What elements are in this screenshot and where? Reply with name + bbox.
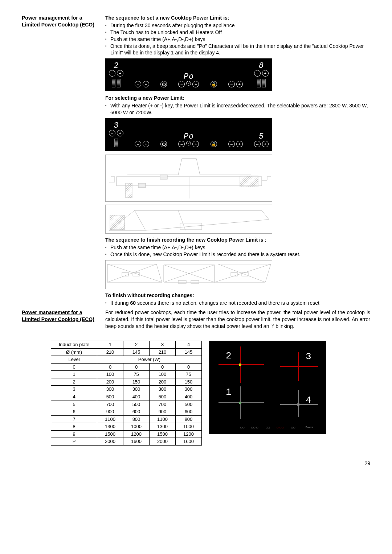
table-cell: 4 — [51, 393, 97, 401]
eco-paragraph: For reduced power cooktops, each time th… — [105, 309, 370, 330]
table-cell: 100 — [150, 371, 176, 378]
lock-icon: ⎉ — [186, 141, 191, 145]
table-cell: P — [51, 438, 97, 446]
table-cell: 1200 — [123, 430, 150, 438]
table-cell: 210 — [97, 348, 123, 356]
plus-icon: + — [262, 70, 269, 77]
table-cell: 200 — [150, 378, 176, 386]
plus-icon: + — [143, 81, 149, 87]
table-cell: 500 — [176, 401, 202, 408]
table-header: 1 — [97, 341, 123, 349]
table-cell: 0 — [97, 363, 123, 371]
table-cell: 100 — [97, 371, 123, 378]
svg-line-8 — [107, 264, 162, 282]
table-cell: 145 — [176, 348, 202, 356]
bullet: During the first 30 seconds after pluggi… — [105, 22, 370, 29]
bullets-finish-no-record: If during 60 seconds there is no action,… — [105, 300, 370, 307]
table-cell: 1100 — [97, 415, 123, 423]
table-cell: 75 — [176, 371, 202, 378]
svg-rect-2 — [138, 183, 146, 188]
svg-rect-30 — [297, 403, 299, 406]
table-cell: 0 — [123, 363, 150, 371]
table-cell: 400 — [123, 393, 150, 401]
table-cell: Level — [51, 356, 97, 364]
power-icon: ⏻ — [160, 141, 167, 147]
table-cell: 700 — [150, 401, 176, 408]
svg-line-17 — [215, 264, 271, 282]
bullet: Once this is done, a beep sounds and "Po… — [105, 43, 370, 57]
technical-sketch-split — [105, 260, 272, 289]
svg-rect-22 — [239, 364, 241, 366]
table-cell: 210 — [150, 348, 176, 356]
svg-rect-1 — [160, 175, 167, 179]
table-cell: 800 — [123, 415, 150, 423]
technical-sketch-perspective — [105, 205, 272, 234]
table-cell: 300 — [123, 386, 150, 393]
cooktop-zone-diagram: 2 3 1 4 ▢▢ ▢▢ ▢ — [209, 341, 326, 434]
heading-set-sequence: The sequence to set a new Cooktop Power … — [105, 15, 370, 21]
svg-rect-14 — [178, 280, 186, 283]
bold-number: 60 — [130, 300, 136, 306]
minus-icon: – — [178, 81, 185, 87]
table-cell: 1 — [51, 371, 97, 378]
display-4-value: 8 — [259, 61, 264, 69]
table-cell: 1300 — [150, 423, 176, 431]
bullet: Push at the same time (A+,A-,D-,D+) keys… — [105, 244, 370, 251]
plus-icon: + — [192, 81, 199, 87]
minus-icon: – — [178, 141, 185, 147]
technical-sketch-sideview — [105, 155, 272, 202]
svg-rect-18 — [231, 272, 237, 276]
display-1-value: 2 — [114, 61, 119, 69]
table-header: 2 — [123, 341, 150, 349]
heading-finish-recording: The sequence to finish recording the new… — [105, 237, 370, 243]
table-cell: 1000 — [176, 423, 202, 431]
svg-text:▢ ▢▢: ▢ ▢▢ — [277, 426, 284, 428]
bullets-set-sequence: During the first 30 seconds after pluggi… — [105, 22, 370, 56]
bullets-finish-recording: Push at the same time (A+,A-,D-,D+) keys… — [105, 244, 370, 258]
lock-icon: 🔒 — [211, 81, 217, 87]
lock-icon: 🔒 — [211, 141, 217, 147]
table-cell: Power (W) — [97, 356, 202, 364]
svg-text:▢▢: ▢▢ — [291, 426, 295, 428]
zone-label: 2 — [226, 350, 232, 361]
timer-display-value: Po — [184, 131, 194, 139]
table-cell: 5 — [51, 401, 97, 408]
text: seconds there is no action, changes are … — [136, 300, 319, 306]
side-heading-eco-2: Power management for a Limited Power Coo… — [22, 309, 98, 323]
zone-label: 1 — [226, 387, 232, 398]
table-cell: 2000 — [97, 438, 123, 446]
display-4-value: 5 — [259, 131, 264, 139]
svg-text:▢▢ ▢: ▢▢ ▢ — [251, 426, 258, 428]
minus-icon: – — [228, 141, 235, 147]
svg-rect-4 — [126, 183, 132, 198]
table-cell: 800 — [176, 415, 202, 423]
table-cell: 150 — [176, 378, 202, 386]
svg-text:▢▢: ▢▢ — [240, 426, 245, 428]
bullet: Once this is done, new Cooktop Power Lim… — [105, 251, 370, 258]
table-header: 4 — [176, 341, 202, 349]
bullet: With any Heater (+ or -) key, the Power … — [105, 102, 370, 116]
table-cell: 900 — [97, 408, 123, 416]
table-cell: 1500 — [150, 430, 176, 438]
display-1-value: 3 — [114, 120, 119, 128]
table-cell: 1500 — [97, 430, 123, 438]
text: If during — [110, 300, 130, 306]
svg-line-9 — [107, 264, 156, 282]
table-cell: Ø (mm) — [51, 348, 97, 356]
lock-icon: ⎉ — [186, 81, 191, 86]
plus-icon: + — [117, 70, 123, 77]
plus-icon: + — [236, 81, 243, 87]
table-cell: 500 — [150, 393, 176, 401]
svg-rect-5 — [240, 176, 258, 187]
plus-icon: + — [236, 141, 243, 147]
table-cell: 75 — [123, 371, 150, 378]
control-panel-figure-2: 3 – + – + ⏻ — [105, 118, 272, 151]
table-header: Induction plate — [51, 341, 97, 349]
table-cell: 2 — [51, 378, 97, 386]
table-cell: 1600 — [176, 438, 202, 446]
table-cell: 6 — [51, 408, 97, 416]
table-cell: 1000 — [123, 423, 150, 431]
svg-rect-27 — [239, 402, 241, 404]
svg-rect-6 — [110, 215, 124, 230]
power-table: Induction plate 1 2 3 4 Ø (mm) 210 145 2… — [51, 341, 202, 446]
